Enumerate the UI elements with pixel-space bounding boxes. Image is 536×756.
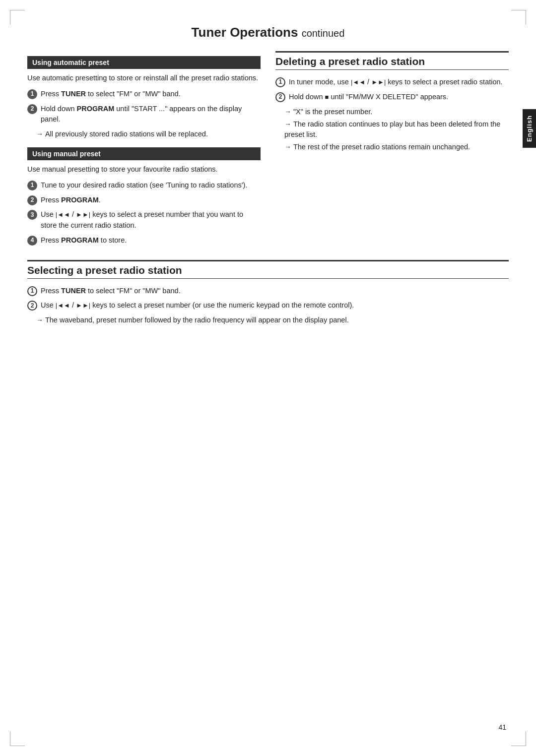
- page-title-text: Tuner Operations: [192, 25, 298, 40]
- content-area: Tuner Operations continued Using automat…: [27, 25, 509, 325]
- page-container: English 41 Tuner Operations continued Us…: [0, 0, 536, 756]
- manual-preset-intro: Use manual presetting to store your favo…: [27, 164, 261, 175]
- page-number: 41: [498, 723, 506, 731]
- media-icon-prev: |◄◄: [56, 211, 70, 218]
- select-arrow-1: The waveband, preset number followed by …: [36, 315, 509, 325]
- select-step-2: 2 Use |◄◄ / ►►| keys to select a preset …: [27, 300, 509, 311]
- auto-preset-intro: Use automatic presetting to store or rei…: [27, 73, 261, 84]
- corner-br: [511, 731, 526, 746]
- delete-step-1-content: In tuner mode, use |◄◄ / ►►| keys to sel…: [289, 77, 509, 88]
- manual-step-1: 1 Tune to your desired radio station (se…: [27, 180, 261, 191]
- manual-step-3: 3 Use |◄◄ / ►►| keys to select a preset …: [27, 209, 261, 231]
- manual-step-3-content: Use |◄◄ / ►►| keys to select a preset nu…: [41, 209, 261, 231]
- auto-preset-header: Using automatic preset: [27, 56, 261, 69]
- delete-arrow-3: The rest of the preset radio stations re…: [284, 142, 509, 152]
- select-media-prev: |◄◄: [56, 302, 70, 309]
- manual-step-4-content: Press PROGRAM to store.: [41, 235, 261, 246]
- delete-step-2: 2 Hold down ■ until "FM/MW X DELETED" ap…: [275, 92, 509, 103]
- auto-step-1: 1 Press TUNER to select "FM" or "MW" ban…: [27, 89, 261, 100]
- right-column: Deleting a preset radio station 1 In tun…: [275, 51, 509, 250]
- manual-step-1-content: Tune to your desired radio station (see …: [41, 180, 261, 191]
- select-step-1: 1 Press TUNER to select "FM" or "MW" ban…: [27, 286, 509, 297]
- select-media-next: ►►|: [76, 302, 90, 309]
- manual-step-2: 2 Press PROGRAM.: [27, 195, 261, 206]
- english-tab: English: [523, 109, 536, 148]
- delete-step-num-1: 1: [275, 77, 285, 87]
- delete-step-1: 1 In tuner mode, use |◄◄ / ►►| keys to s…: [275, 77, 509, 88]
- media-icon-next: ►►|: [76, 211, 90, 218]
- select-step-2-content: Use |◄◄ / ►►| keys to select a preset nu…: [41, 300, 509, 311]
- delete-arrow-1: "X" is the preset number.: [284, 107, 509, 117]
- manual-step-2-content: Press PROGRAM.: [41, 195, 261, 206]
- bottom-section: Selecting a preset radio station 1 Press…: [27, 260, 509, 326]
- delete-arrow-2: The radio station continues to play but …: [284, 119, 509, 140]
- delete-media-prev: |◄◄: [351, 78, 365, 86]
- manual-step-num-3: 3: [27, 210, 37, 220]
- corner-tl: [10, 10, 25, 25]
- manual-preset-header: Using manual preset: [27, 147, 261, 160]
- page-title: Tuner Operations continued: [27, 25, 509, 40]
- delete-media-next: ►►|: [371, 78, 386, 86]
- auto-step-2: 2 Hold down PROGRAM until "START ..." ap…: [27, 104, 261, 126]
- selecting-section-title: Selecting a preset radio station: [27, 260, 509, 279]
- stop-icon: ■: [325, 93, 329, 101]
- manual-step-num-4: 4: [27, 236, 37, 246]
- delete-section-title: Deleting a preset radio station: [275, 51, 509, 70]
- corner-tr: [511, 10, 526, 25]
- manual-step-num-1: 1: [27, 181, 37, 190]
- delete-step-num-2: 2: [275, 92, 285, 102]
- select-step-1-content: Press TUNER to select "FM" or "MW" band.: [41, 286, 509, 297]
- select-step-num-2: 2: [27, 301, 37, 311]
- auto-step-1-content: Press TUNER to select "FM" or "MW" band.: [41, 89, 261, 100]
- auto-step-2-content: Hold down PROGRAM until "START ..." appe…: [41, 104, 261, 126]
- step-num-1: 1: [27, 89, 37, 99]
- two-col-layout: Using automatic preset Use automatic pre…: [27, 51, 509, 250]
- delete-step-2-content: Hold down ■ until "FM/MW X DELETED" appe…: [289, 92, 509, 103]
- page-title-continued: continued: [302, 28, 345, 39]
- select-step-num-1: 1: [27, 286, 37, 296]
- manual-step-4: 4 Press PROGRAM to store.: [27, 235, 261, 246]
- step-num-2: 2: [27, 104, 37, 114]
- manual-step-num-2: 2: [27, 195, 37, 205]
- corner-bl: [10, 731, 25, 746]
- left-column: Using automatic preset Use automatic pre…: [27, 51, 261, 250]
- auto-arrow-1: All previously stored radio stations wil…: [36, 129, 261, 139]
